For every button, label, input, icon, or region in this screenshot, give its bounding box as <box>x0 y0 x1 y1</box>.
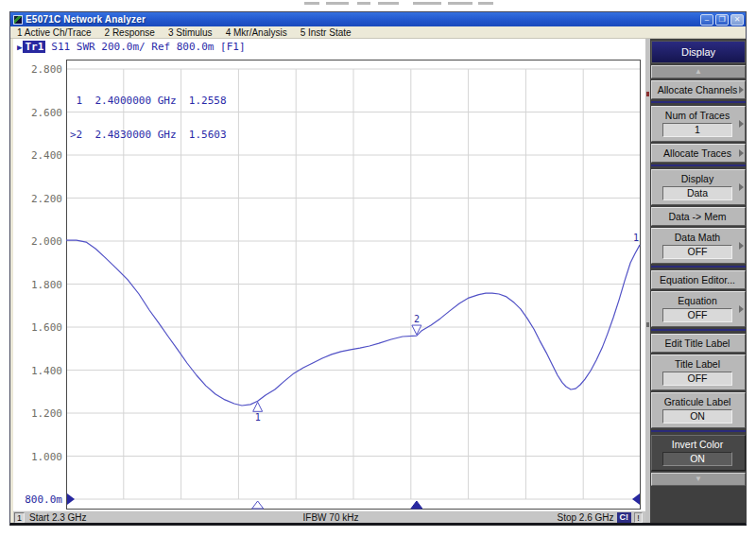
softkey-data-mem[interactable]: Data -> Mem <box>651 207 746 226</box>
trace-format-text: S11 SWR 200.0m/ Ref 800.0m [F1] <box>51 41 245 53</box>
softkey-value: OFF <box>662 308 732 322</box>
y-axis-label: 2.000 <box>13 235 62 248</box>
softkey-display[interactable]: Display Data <box>651 169 746 205</box>
y-axis-label: 1.600 <box>13 321 62 334</box>
softkey-value: ON <box>662 409 732 424</box>
softkey-data-math[interactable]: Data Math OFF <box>651 228 746 264</box>
title-bar[interactable]: E5071C Network Analyzer – ❐ ✕ <box>10 12 746 26</box>
cropped-caption-fragment <box>304 2 319 5</box>
marker-1-icon <box>253 402 263 411</box>
ifbw-value: IFBW 70 kHz <box>13 512 648 523</box>
app-icon <box>13 15 23 25</box>
scroll-strip-mark <box>646 92 649 96</box>
softkey-label: Graticule Label <box>664 396 731 407</box>
cropped-caption-fragment <box>413 2 441 5</box>
status-bar: 1 Start 2.3 GHz IFBW 70 kHz Stop 2.6 GHz… <box>13 510 648 523</box>
softkey-invert-color[interactable]: Invert Color ON <box>651 435 746 471</box>
softkey-allocate-traces[interactable]: Allocate Traces <box>651 144 746 163</box>
cropped-caption-fragment <box>326 2 349 5</box>
menu-item-4-mkr-analysis[interactable]: 4 Mkr/Analysis <box>219 27 294 38</box>
menu-bar: 1 Active Ch/Trace2 Response3 Stimulus4 M… <box>10 26 746 39</box>
trace-tab-tr1[interactable]: Tr1 <box>23 41 45 53</box>
stop-frequency: Stop 2.6 GHz <box>557 512 613 523</box>
softkey-label: Num of Traces <box>665 110 730 121</box>
plot-region: ▶ Tr1 S11 SWR 200.0m/ Ref 800.0m [F1] 1 … <box>13 39 648 523</box>
menu-item-3-stimulus[interactable]: 3 Stimulus <box>162 27 219 38</box>
softkey-label: Data Math <box>675 232 720 243</box>
submenu-arrow-icon <box>739 242 744 250</box>
y-axis-label: 1.400 <box>13 365 62 377</box>
submenu-arrow-icon <box>739 149 744 157</box>
cropped-caption-fragment <box>448 2 472 5</box>
y-axis-label: 2.600 <box>13 107 62 119</box>
softkey-equation-editor[interactable]: Equation Editor... <box>651 270 746 289</box>
softkey-value: Data <box>662 186 732 200</box>
trace-info-line: ▶ Tr1 S11 SWR 200.0m/ Ref 800.0m [F1] <box>17 41 246 53</box>
softkey-group-separator <box>651 430 746 432</box>
cropped-caption-fragment <box>378 2 399 5</box>
y-axis-label: 1.800 <box>13 279 62 291</box>
stimulus-marker-1-icon <box>252 501 264 509</box>
softkey-graticule-label[interactable]: Graticule Label ON <box>651 392 746 428</box>
reference-level-label: 800.0m <box>13 493 62 506</box>
softkey-scroll-down-button[interactable]: ▼ <box>651 473 746 486</box>
y-axis-label: 1.000 <box>13 451 62 463</box>
softkey-label: Title Label <box>675 358 720 370</box>
softkey-label: Equation Editor... <box>660 274 735 285</box>
analyzer-window: E5071C Network Analyzer – ❐ ✕ 1 Active C… <box>9 11 747 526</box>
scroll-strip-mark <box>646 322 649 327</box>
submenu-arrow-icon <box>739 120 744 128</box>
marker-readout-line: >2 2.4830000 GHz 1.5603 <box>70 130 227 141</box>
stimulus-marker-2-icon <box>411 501 422 509</box>
y-axis-label: 1.200 <box>13 407 62 420</box>
softkey-label: Allocate Channels <box>658 84 738 95</box>
softkey-equation[interactable]: Equation OFF <box>651 291 746 327</box>
y-axis-label: 2.200 <box>13 193 62 205</box>
cal-interpolation-badge: C! <box>617 512 632 523</box>
softkey-label: Display <box>681 173 713 184</box>
warning-indicator: ! <box>634 512 643 523</box>
submenu-arrow-icon <box>739 305 744 313</box>
softkey-value: OFF <box>662 245 732 259</box>
marker-2-number: 2 <box>414 314 420 324</box>
y-axis-label: 2.400 <box>13 149 62 162</box>
stop-frequency-group: Stop 2.6 GHz C! ! <box>557 511 643 524</box>
marker-2-icon <box>412 325 421 335</box>
menu-item-1-active-ch-trace[interactable]: 1 Active Ch/Trace <box>10 27 98 38</box>
softkey-label: Invert Color <box>672 439 723 450</box>
softkey-group-separator <box>651 266 746 268</box>
softkey-scroll-up-button[interactable]: ▲ <box>651 65 746 78</box>
menu-item-5-instr-state[interactable]: 5 Instr State <box>294 27 358 38</box>
softkey-scroll-strip <box>645 39 650 523</box>
trace-end-number: 1 <box>633 233 639 243</box>
close-button[interactable]: ✕ <box>730 14 744 26</box>
ref-level-left-arrow-icon <box>67 493 75 505</box>
softkey-list: Allocate Channels Num of Traces 1 Alloca… <box>651 80 746 473</box>
marker-readout-line: 1 2.4000000 GHz 1.2558 <box>70 95 227 107</box>
menu-item-2-response[interactable]: 2 Response <box>98 27 162 38</box>
cropped-caption-fragment <box>478 2 493 5</box>
softkey-menu-title: Display <box>651 41 746 63</box>
active-trace-pointer-icon: ▶ <box>17 43 22 52</box>
softkey-sidebar: Display ▲ Allocate Channels Num of Trace… <box>645 39 747 523</box>
softkey-edit-title-label[interactable]: Edit Title Label <box>651 334 746 353</box>
softkey-group-separator <box>651 329 746 331</box>
y-axis-label: 2.800 <box>13 63 62 76</box>
restore-button[interactable]: ❐ <box>715 14 729 26</box>
softkey-value: 1 <box>662 123 732 137</box>
softkey-label: Equation <box>678 295 716 306</box>
softkey-allocate-channels[interactable]: Allocate Channels <box>651 80 746 99</box>
window-title: E5071C Network Analyzer <box>26 14 698 25</box>
marker-readout: 1 2.4000000 GHz 1.2558 >2 2.4830000 GHz … <box>70 73 227 164</box>
softkey-title-label[interactable]: Title Label OFF <box>651 354 746 390</box>
submenu-arrow-icon <box>739 86 744 94</box>
minimize-button[interactable]: – <box>700 14 713 26</box>
softkey-label: Data -> Mem <box>669 211 727 222</box>
submenu-arrow-icon <box>739 183 744 191</box>
marker-1-number: 1 <box>255 412 261 423</box>
softkey-num-of-traces[interactable]: Num of Traces 1 <box>651 106 746 142</box>
softkey-group-separator <box>651 101 746 103</box>
softkey-group-separator <box>651 164 746 166</box>
softkey-value: ON <box>662 452 732 466</box>
softkey-label: Allocate Traces <box>663 147 731 159</box>
